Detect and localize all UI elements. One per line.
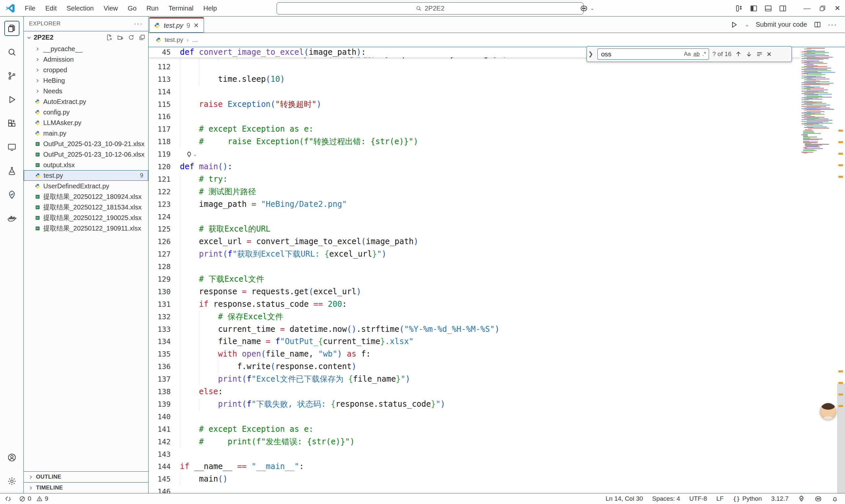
remote-explorer-activity-icon[interactable] [0, 135, 24, 159]
code-line-140[interactable]: 140 [148, 411, 800, 423]
close-window-button[interactable]: ✕ [830, 0, 845, 17]
menu-run[interactable]: Run [142, 0, 164, 17]
code-line-137[interactable]: 137print(f"Excel文件已下载保存为 {file_name}") [148, 373, 800, 385]
run-python-file-icon[interactable] [730, 21, 738, 29]
code-line-121[interactable]: 121# try: [148, 173, 800, 186]
code-line-133[interactable]: 133current_time = datetime.now().strftim… [148, 323, 800, 336]
toggle-primary-sidebar-icon[interactable] [749, 3, 758, 13]
file-提取结果_20250122_190025.xlsx[interactable]: 提取结果_20250122_190025.xlsx [24, 212, 148, 223]
code-line-136[interactable]: 136f.write(response.content) [148, 361, 800, 373]
file-LLMAsker.py[interactable]: LLMAsker.py [24, 118, 148, 128]
file-AutoExtract.py[interactable]: AutoExtract.py [24, 96, 148, 107]
code-line-126[interactable]: 126excel_url = convert_image_to_excel(im… [148, 235, 800, 248]
refresh-icon[interactable] [128, 34, 135, 41]
section-timeline[interactable]: TIMELINE [24, 482, 148, 493]
docker-activity-icon[interactable] [0, 206, 24, 230]
file-main.py[interactable]: main.py [24, 128, 148, 139]
toggle-panel-icon[interactable] [763, 3, 773, 13]
code-line-141[interactable]: 141# except Exception as e: [148, 423, 800, 436]
code-line-128[interactable]: 128 [148, 260, 800, 273]
file-config.py[interactable]: config.py [24, 107, 148, 118]
code-line-115[interactable]: 115raise Exception("转换超时") [148, 98, 800, 111]
ai-assistant-activity-icon[interactable] [0, 183, 24, 206]
code-line-143[interactable]: 143 [148, 448, 800, 461]
extensions-activity-icon[interactable] [0, 111, 24, 135]
folder-__pycache__[interactable]: __pycache__ [24, 43, 148, 54]
collapse-folders-icon[interactable] [139, 34, 145, 41]
status-eol[interactable]: LF [716, 495, 723, 502]
submit-your-code-button[interactable]: Submit your code [756, 21, 807, 29]
toggle-replace-chevron-icon[interactable]: ❯ [588, 51, 594, 58]
status-notifications-bell-icon[interactable] [831, 496, 839, 502]
code-line-139[interactable]: 139print(f"下载失败, 状态码: {response.status_c… [148, 398, 800, 411]
menu-terminal[interactable]: Terminal [163, 0, 198, 17]
code-line-120[interactable]: 120def main(): [148, 161, 800, 173]
customize-layout-icon[interactable] [734, 3, 744, 13]
code-line-123[interactable]: 123image_path = "HeBing/Date2.png" [148, 198, 800, 211]
menu-help[interactable]: Help [198, 0, 222, 17]
code-line-113[interactable]: 113time.sleep(10) [148, 73, 800, 86]
new-folder-icon[interactable] [117, 34, 124, 41]
run-options-chevron-icon[interactable]: ⌄ [745, 22, 749, 28]
run-debug-activity-icon[interactable] [0, 88, 24, 111]
find-input[interactable] [600, 50, 681, 58]
status-cursor-position[interactable]: Ln 14, Col 30 [606, 495, 643, 502]
code-line-134[interactable]: 134file_name = f"OutPut_{current_time}.x… [148, 336, 800, 348]
file-test.py[interactable]: test.py9 [24, 170, 148, 181]
code-line-130[interactable]: 130response = requests.get(excel_url) [148, 286, 800, 298]
status-extension-status-icon[interactable] [798, 495, 805, 502]
whole-word-toggle[interactable]: ab [693, 51, 700, 57]
file-output.xlsx[interactable]: output.xlsx [24, 160, 148, 170]
file-提取结果_20250122_181534.xlsx[interactable]: 提取结果_20250122_181534.xlsx [24, 202, 148, 212]
menu-view[interactable]: View [99, 0, 123, 17]
code-line-144[interactable]: 144if __name__ == "__main__": [148, 461, 800, 473]
more-actions-icon[interactable]: ··· [134, 19, 143, 28]
close-find-icon[interactable]: ✕ [767, 51, 772, 58]
breadcrumb[interactable]: test.py › … [148, 33, 845, 47]
code-line-116[interactable]: 116 [148, 110, 800, 123]
status-encoding[interactable]: UTF-8 [689, 495, 707, 502]
find-in-selection-icon[interactable] [756, 51, 763, 58]
code-line-142[interactable]: 142# print(f"发生错误: {str(e)}") [148, 436, 800, 448]
next-match-icon[interactable] [745, 51, 753, 58]
minimap[interactable] [800, 47, 837, 493]
webcam-avatar[interactable] [820, 403, 837, 419]
code-line-114[interactable]: 114 [148, 86, 800, 98]
restore-button[interactable] [815, 0, 830, 17]
menu-selection[interactable]: Selection [62, 0, 99, 17]
more-actions-icon[interactable]: ··· [828, 20, 837, 29]
file-提取结果_20250122_190911.xlsx[interactable]: 提取结果_20250122_190911.xlsx [24, 223, 148, 234]
code-line-118[interactable]: 118# raise Exception(f"转换过程出错: {str(e)}"… [148, 136, 800, 148]
match-case-toggle[interactable]: Aa [684, 51, 691, 57]
file-提取结果_20250122_180924.xlsx[interactable]: 提取结果_20250122_180924.xlsx [24, 191, 148, 202]
regex-toggle[interactable]: .* [702, 51, 706, 57]
scrollbar-thumb[interactable] [837, 384, 845, 493]
copilot-menu[interactable]: ⌄ [580, 4, 594, 13]
code-line-138[interactable]: 138else: [148, 385, 800, 398]
code-line-119[interactable]: 119⌄ [148, 148, 800, 161]
new-file-icon[interactable] [106, 34, 113, 41]
code-line-112[interactable]: 112 [148, 61, 800, 73]
file-OutPut_2025-01-23_10-12-06.xlsx[interactable]: OutPut_2025-01-23_10-12-06.xlsx [24, 149, 148, 160]
breadcrumb-more[interactable]: … [192, 36, 198, 43]
status-indentation[interactable]: Spaces: 4 [652, 495, 680, 502]
code-line-145[interactable]: 145main() [148, 473, 800, 486]
settings-activity-icon[interactable] [0, 469, 24, 493]
testing-activity-icon[interactable] [0, 159, 24, 183]
menu-edit[interactable]: Edit [40, 0, 61, 17]
file-UserDefinedExtract.py[interactable]: UserDefinedExtract.py [24, 181, 148, 191]
code-editor[interactable]: 111raise Exception(f"转换失败: {response2.bo… [148, 47, 845, 493]
code-line-132[interactable]: 132# 保存Excel文件 [148, 311, 800, 323]
code-line-146[interactable]: 146 [148, 486, 800, 493]
tab-test-py[interactable]: test.py 9 ✕ [149, 17, 204, 33]
code-line-127[interactable]: 127print(f"获取到Excel下载URL: {excel_url}") [148, 248, 800, 260]
split-editor-icon[interactable] [814, 21, 821, 29]
previous-match-icon[interactable] [735, 51, 742, 58]
file-OutPut_2025-01-23_10-09-21.xlsx[interactable]: OutPut_2025-01-23_10-09-21.xlsx [24, 139, 148, 149]
folder-cropped[interactable]: cropped [24, 65, 148, 75]
menu-go[interactable]: Go [123, 0, 142, 17]
status-python-interpreter[interactable]: 3.12.7 [771, 495, 789, 502]
code-line-135[interactable]: 135with open(file_name, "wb") as f: [148, 348, 800, 361]
code-line-129[interactable]: 129# 下载Excel文件 [148, 273, 800, 286]
explorer-activity-icon[interactable] [0, 17, 24, 40]
